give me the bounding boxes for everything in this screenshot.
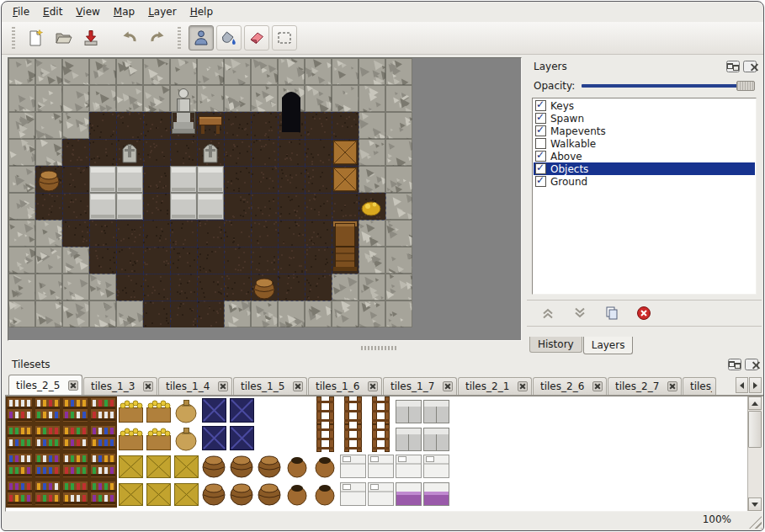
toolbar-drag-handle[interactable] [12,27,15,49]
tab-layers[interactable]: Layers [583,337,634,354]
layer-row[interactable]: Ground [534,175,755,188]
tab-label: History [538,338,574,350]
open-folder-icon [54,29,72,47]
close-tab-icon[interactable] [143,381,153,391]
opacity-slider-handle[interactable] [736,81,755,91]
close-tab-icon[interactable] [218,381,228,391]
close-tab-icon[interactable] [592,381,603,391]
map-canvas[interactable] [8,58,412,327]
close-tab-icon[interactable] [68,380,78,391]
tileset-canvas[interactable] [6,396,450,508]
tileset-tab[interactable]: tiles_2_1 [458,377,532,395]
tileset-tab[interactable]: tiles_ [683,377,716,395]
layer-name: Mapevents [550,125,606,137]
scroll-tabs-left-button[interactable] [736,377,748,393]
arrow-right-icon [753,382,757,389]
horizontal-splitter[interactable] [8,343,522,352]
select-tool-icon [275,29,294,47]
close-tab-icon[interactable] [518,381,528,391]
close-tab-icon[interactable] [443,381,453,391]
tileset-tab[interactable]: tiles_1_4 [158,377,232,395]
toolbar [2,22,763,55]
map-viewport[interactable] [8,57,522,341]
tab-history[interactable]: History [529,337,582,353]
arrow-left-icon [740,382,744,389]
menu-edit[interactable]: Edit [37,4,68,19]
redo-button[interactable] [145,25,170,51]
raise-layer-icon [540,306,555,321]
float-panel-button[interactable] [726,61,740,72]
layer-visible-checkbox[interactable] [535,176,546,187]
layers-panel-title: Layers [534,61,723,72]
close-tab-icon[interactable] [368,381,378,391]
tileset-tab-bar: tiles_2_5 tiles_1_3 tiles_1_4 tiles_1_5 … [5,374,763,396]
tileset-tab[interactable]: tiles_1_7 [383,377,457,395]
new-map-button[interactable] [23,25,48,51]
save-map-button[interactable] [78,25,104,51]
select-tool-button[interactable] [272,25,297,51]
tileset-view[interactable] [5,396,763,512]
layer-name: Walkable [550,138,596,150]
open-map-button[interactable] [50,25,76,51]
menu-map[interactable]: Map [108,4,141,19]
lower-layer-button[interactable] [571,304,589,322]
delete-layer-button[interactable] [635,304,653,322]
raise-layer-button[interactable] [539,304,557,322]
tab-label: tiles_2_5 [16,380,65,391]
layer-row[interactable]: Walkable [534,137,755,150]
layer-row[interactable]: Above [534,150,755,162]
tileset-tab[interactable]: tiles_1_5 [233,377,307,395]
layer-visible-checkbox[interactable] [535,100,546,111]
fill-tool-button[interactable] [216,25,242,51]
menu-file[interactable]: File [7,4,35,19]
layer-list: Keys Spawn Mapevents Walkable Above Obje… [532,98,757,295]
toolbar-drag-handle[interactable] [178,27,181,49]
eraser-tool-button[interactable] [244,25,269,51]
undo-button[interactable] [117,25,142,51]
layer-visible-checkbox[interactable] [535,113,546,124]
tab-label: tiles_2_1 [465,380,514,392]
stamp-tool-button[interactable] [189,25,214,51]
menu-help[interactable]: Help [184,4,219,19]
tab-label: tiles_2_6 [540,380,589,392]
tileset-tab[interactable]: tiles_2_5 [8,375,82,396]
resize-grip[interactable] [749,516,762,529]
tab-label: tiles_1_6 [316,380,364,392]
opacity-slider[interactable] [582,80,755,92]
scroll-tabs-right-button[interactable] [749,377,762,393]
tab-label: tiles_1_3 [91,380,140,392]
layer-row[interactable]: Mapevents [534,125,755,137]
close-panel-button[interactable] [743,61,757,72]
tab-label: tiles_2_7 [615,380,664,392]
close-tab-icon[interactable] [667,381,677,391]
arrow-up-icon [752,402,758,406]
layer-row[interactable]: Objects [534,162,755,175]
close-panel-button[interactable] [745,359,758,370]
menu-view[interactable]: View [70,4,105,19]
tileset-scrollbar[interactable] [747,396,762,511]
scroll-up-button[interactable] [748,396,762,410]
splitter-grip-icon [361,346,396,350]
layer-name: Ground [550,176,587,188]
opacity-slider-track[interactable] [582,84,755,88]
layer-row[interactable]: Keys [534,99,755,112]
layer-visible-checkbox[interactable] [535,125,546,136]
layer-visible-checkbox[interactable] [535,151,546,162]
tileset-tab[interactable]: tiles_2_7 [608,377,682,395]
arrow-down-icon [752,503,758,507]
layer-name: Spawn [550,113,584,125]
redo-icon [148,29,167,47]
zoom-level: 100% [703,513,731,525]
layer-row[interactable]: Spawn [534,112,755,125]
float-panel-button[interactable] [728,359,741,370]
duplicate-layer-button[interactable] [603,304,621,322]
menu-layer[interactable]: Layer [142,4,182,19]
tileset-tab[interactable]: tiles_1_3 [83,377,157,395]
tab-label: tiles_1_7 [390,380,439,392]
tileset-tab[interactable]: tiles_1_6 [308,377,382,395]
close-tab-icon[interactable] [293,381,303,391]
tileset-tab[interactable]: tiles_2_6 [533,377,607,395]
layer-visible-checkbox[interactable] [535,138,546,149]
scrollbar-thumb[interactable] [748,411,762,448]
layer-visible-checkbox[interactable] [535,163,546,174]
